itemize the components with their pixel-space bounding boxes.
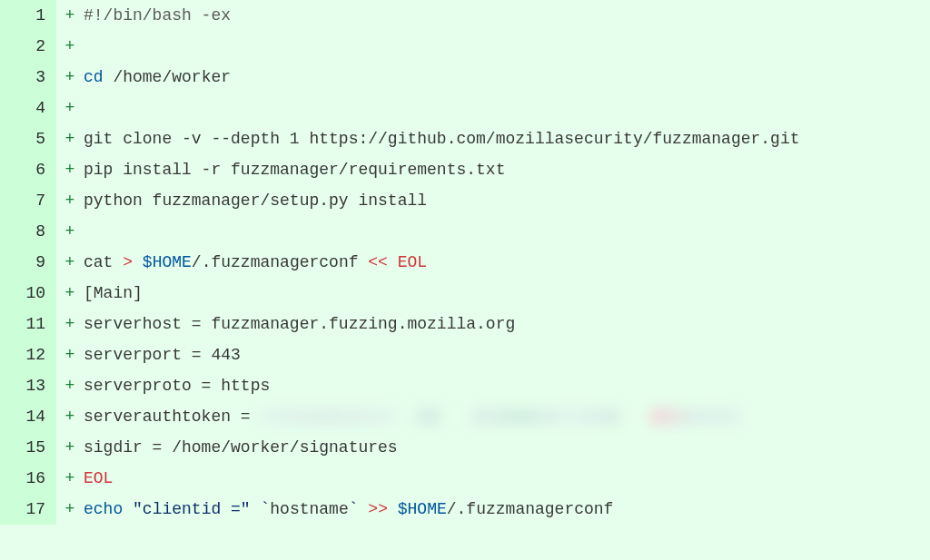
- code-token: [441, 408, 470, 426]
- diff-marker: +: [56, 154, 84, 185]
- code-token: EOL: [84, 469, 113, 487]
- code-token: [359, 500, 369, 518]
- line-number: 2: [0, 31, 56, 62]
- diff-line: 2+: [0, 31, 930, 62]
- line-number: 12: [0, 339, 56, 370]
- code-line: serverport = 443: [84, 339, 930, 370]
- code-token: [123, 500, 133, 518]
- line-number: 15: [0, 432, 56, 463]
- code-token: >>: [368, 500, 388, 518]
- code-token: /.fuzzmanagerconf: [192, 253, 368, 271]
- code-token: #!/bin/bash -ex: [84, 6, 231, 25]
- code-token: [Main]: [84, 284, 143, 302]
- line-number: 1: [0, 0, 56, 31]
- code-line: [84, 216, 930, 247]
- code-line: [84, 31, 930, 62]
- code-token: `: [260, 500, 270, 518]
- code-token: $HOME: [143, 253, 192, 271]
- line-number: 10: [0, 278, 56, 309]
- diff-marker: +: [56, 309, 84, 339]
- code-token: [396, 408, 416, 426]
- line-number: 13: [0, 370, 56, 401]
- code-line: #!/bin/bash -ex: [84, 0, 930, 31]
- line-number: 6: [0, 154, 56, 185]
- diff-marker: +: [56, 216, 84, 247]
- code-token: serverauthtoken =: [84, 408, 260, 426]
- code-token: serverproto = https: [84, 377, 270, 395]
- code-line: [84, 93, 930, 123]
- diff-line: 7+python fuzzmanager/setup.py install: [0, 185, 930, 216]
- code-line: sigdir = /home/worker/signatures: [84, 432, 930, 463]
- code-token: >: [123, 253, 133, 271]
- code-token: EOL: [398, 253, 427, 271]
- code-line: EOL: [84, 463, 930, 494]
- code-token: "clientid =": [133, 500, 251, 518]
- code-token: $HOME: [398, 500, 447, 518]
- code-token: /.fuzzmanagerconf: [447, 500, 614, 518]
- diff-marker: +: [56, 0, 84, 31]
- diff-line: 1+#!/bin/bash -ex: [0, 0, 930, 31]
- diff-marker: +: [56, 494, 84, 525]
- diff-marker: +: [56, 278, 84, 309]
- code-token: <<: [368, 253, 388, 271]
- diff-marker: +: [56, 247, 84, 278]
- code-token: [251, 500, 261, 518]
- code-token: [133, 253, 143, 271]
- code-token: git clone -v --depth 1 https://github.co…: [84, 130, 800, 148]
- diff-line: 8+: [0, 216, 930, 247]
- code-line: cd /home/worker: [84, 62, 930, 93]
- code-token: [620, 408, 649, 426]
- redacted-token: [260, 408, 396, 426]
- line-number: 7: [0, 185, 56, 216]
- diff-line: 3+cd /home/worker: [0, 62, 930, 93]
- code-line: python fuzzmanager/setup.py install: [84, 185, 930, 216]
- code-line: [Main]: [84, 278, 930, 309]
- code-line: cat > $HOME/.fuzzmanagerconf << EOL: [84, 247, 930, 278]
- diff-line: 4+: [0, 93, 930, 123]
- code-token: serverhost = fuzzmanager.fuzzing.mozilla…: [84, 315, 515, 333]
- code-token: echo: [84, 500, 123, 518]
- code-line: echo "clientid =" `hostname` >> $HOME/.f…: [84, 494, 930, 525]
- code-token: python fuzzmanager/setup.py install: [84, 192, 427, 210]
- code-line: git clone -v --depth 1 https://github.co…: [84, 123, 930, 154]
- code-token: sigdir = /home/worker/signatures: [84, 438, 398, 457]
- code-line: serverauthtoken =: [84, 401, 930, 432]
- line-number: 4: [0, 93, 56, 123]
- diff-line: 11+serverhost = fuzzmanager.fuzzing.mozi…: [0, 309, 930, 339]
- line-number: 8: [0, 216, 56, 247]
- diff-marker: +: [56, 62, 84, 93]
- code-token: pip install -r fuzzmanager/requirements.…: [84, 161, 505, 179]
- diff-line: 16+EOL: [0, 463, 930, 494]
- code-token: hostname: [270, 500, 348, 518]
- code-token: [388, 500, 398, 518]
- diff-block: 1+#!/bin/bash -ex2+3+cd /home/worker4+5+…: [0, 0, 930, 525]
- code-line: serverhost = fuzzmanager.fuzzing.mozilla…: [84, 309, 930, 339]
- diff-line: 14+serverauthtoken =: [0, 401, 930, 432]
- diff-line: 15+sigdir = /home/worker/signatures: [0, 432, 930, 463]
- diff-marker: +: [56, 370, 84, 401]
- line-number: 5: [0, 123, 56, 154]
- line-number: 17: [0, 494, 56, 525]
- line-number: 11: [0, 309, 56, 339]
- code-token: [388, 253, 398, 271]
- diff-marker: +: [56, 93, 84, 123]
- code-token: `: [349, 500, 359, 518]
- code-token: cat: [84, 253, 123, 271]
- diff-line: 5+git clone -v --depth 1 https://github.…: [0, 123, 930, 154]
- diff-line: 17+echo "clientid =" `hostname` >> $HOME…: [0, 494, 930, 525]
- diff-marker: +: [56, 339, 84, 370]
- line-number: 14: [0, 401, 56, 432]
- diff-marker: +: [56, 432, 84, 463]
- diff-marker: +: [56, 463, 84, 494]
- diff-line: 9+cat > $HOME/.fuzzmanagerconf << EOL: [0, 247, 930, 278]
- code-token: cd: [84, 68, 104, 86]
- line-number: 9: [0, 247, 56, 278]
- redacted-token: [470, 408, 620, 426]
- diff-line: 10+[Main]: [0, 278, 930, 309]
- diff-marker: +: [56, 401, 84, 432]
- diff-line: 13+serverproto = https: [0, 370, 930, 401]
- redacted-token: [650, 408, 741, 426]
- diff-marker: +: [56, 31, 84, 62]
- diff-marker: +: [56, 123, 84, 154]
- line-number: 16: [0, 463, 56, 494]
